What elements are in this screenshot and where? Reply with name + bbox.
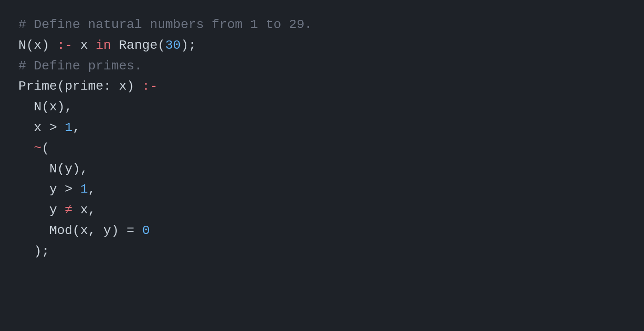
code-token-comma1: , xyxy=(73,118,80,138)
code-token-semi1: ); xyxy=(181,35,196,56)
code-line-3: # Define primes. xyxy=(18,56,626,77)
code-token-space2 xyxy=(73,179,80,200)
code-token-space3 xyxy=(134,221,142,241)
code-token-gt2: > xyxy=(65,179,73,200)
code-token-30: 30 xyxy=(165,35,181,56)
code-token-prime-head: Prime(prime: x) xyxy=(18,76,142,97)
code-line-4: Prime(prime: x) :- xyxy=(18,76,626,97)
code-token-x: x xyxy=(73,35,96,56)
code-line-6: x > 1, xyxy=(18,118,626,138)
code-line-12: ); xyxy=(18,241,626,262)
code-token-neq: ≠ xyxy=(65,200,73,221)
code-line-11: Mod(x, y) = 0 xyxy=(18,221,626,241)
code-token-1a: 1 xyxy=(65,118,73,138)
code-token-comma2: , xyxy=(88,179,96,200)
code-token-impl: :- xyxy=(57,35,73,56)
code-editor: # Define natural numbers from 1 to 29. N… xyxy=(0,0,644,331)
code-line-5: N(x), xyxy=(18,97,626,118)
code-token-range: Range( xyxy=(111,35,166,56)
code-token-y2: y xyxy=(18,200,65,221)
code-line-7: ~( xyxy=(18,138,626,159)
code-token-nx: N(x), xyxy=(18,97,73,118)
code-token-space1 xyxy=(57,118,65,138)
comment-text-1: # Define natural numbers from 1 to 29. xyxy=(18,15,312,35)
code-line-10: y ≠ x, xyxy=(18,200,626,221)
code-token-eq: = xyxy=(126,221,134,241)
code-token-n: N(x) xyxy=(18,35,57,56)
code-line-9: y > 1, xyxy=(18,179,626,200)
code-token-1b: 1 xyxy=(80,179,88,200)
code-token-closing: ); xyxy=(18,241,49,262)
code-token-y1: y xyxy=(18,179,65,200)
code-line-1: # Define natural numbers from 1 to 29. xyxy=(18,15,626,35)
code-token-indent2 xyxy=(18,138,34,159)
code-token-in: in xyxy=(96,35,111,56)
code-token-x2: x xyxy=(18,118,49,138)
code-token-gt1: > xyxy=(49,118,57,138)
code-token-ny: N(y), xyxy=(18,159,88,180)
code-token-x3: x, xyxy=(73,200,96,221)
code-line-8: N(y), xyxy=(18,159,626,180)
code-token-paren-open: ( xyxy=(41,138,49,159)
code-line-2: N(x) :- x in Range(30); xyxy=(18,35,626,56)
code-token-mod: Mod(x, y) xyxy=(18,221,126,241)
code-token-0: 0 xyxy=(142,221,150,241)
code-token-tilde: ~ xyxy=(34,138,42,159)
code-token-impl2: :- xyxy=(142,76,158,97)
comment-text-2: # Define primes. xyxy=(18,56,142,77)
